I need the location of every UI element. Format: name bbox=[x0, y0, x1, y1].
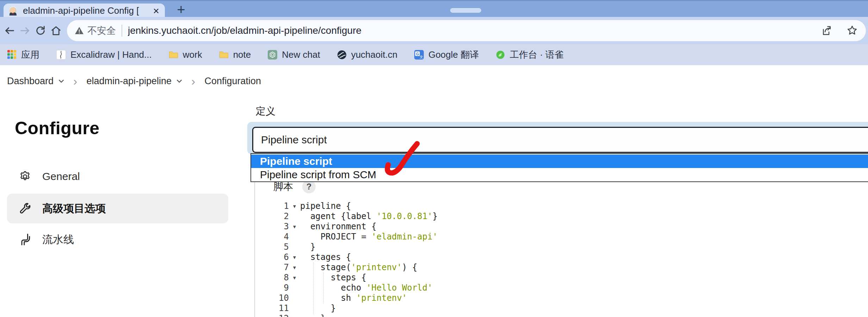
code-text: steps { bbox=[300, 273, 366, 283]
bookmark-label: 工作台 · 语雀 bbox=[510, 49, 564, 61]
fold-spacer bbox=[289, 303, 300, 313]
fold-arrow-icon[interactable]: ▾ bbox=[289, 252, 300, 262]
tab-close-icon[interactable]: × bbox=[151, 6, 161, 16]
bookmark-item[interactable]: work bbox=[169, 49, 202, 60]
back-button[interactable] bbox=[4, 25, 16, 37]
folder-icon bbox=[219, 50, 229, 60]
bookmarks-bar: 应用Excalidraw | Hand...worknoteNew chatyu… bbox=[0, 44, 868, 65]
definition-select[interactable]: Pipeline script bbox=[252, 127, 868, 153]
breadcrumb-item[interactable]: eladmin-api-pipeline bbox=[86, 76, 182, 87]
definition-dropdown-list: Pipeline scriptPipeline script from SCM bbox=[250, 153, 868, 182]
globe-icon bbox=[337, 50, 347, 60]
chevron-down-icon[interactable] bbox=[58, 79, 64, 83]
fold-arrow-icon[interactable]: ▾ bbox=[289, 273, 300, 283]
forward-arrow-icon bbox=[19, 25, 31, 36]
sidebar-item-label: 高级项目选项 bbox=[42, 201, 106, 216]
window-drag-pill[interactable] bbox=[450, 8, 481, 13]
page-content: Dashboard›eladmin-api-pipeline›Configura… bbox=[0, 65, 868, 317]
bookmark-item[interactable]: 应用 bbox=[7, 49, 39, 61]
bookmark-item[interactable]: 工作台 · 语雀 bbox=[496, 49, 564, 61]
code-text: } bbox=[300, 303, 336, 313]
code-line[interactable]: 3▾ environment { bbox=[271, 222, 868, 232]
dropdown-option[interactable]: Pipeline script from SCM bbox=[251, 168, 868, 181]
code-line[interactable]: 6▾ stages { bbox=[271, 252, 868, 262]
sidebar-item-pipeline[interactable]: 流水线 bbox=[7, 227, 228, 252]
code-text: PROJECT = 'eladmin-api' bbox=[300, 232, 438, 242]
folder-icon bbox=[169, 50, 178, 60]
code-line[interactable]: 9 echo 'Hello World' bbox=[271, 283, 868, 293]
fold-arrow-icon[interactable]: ▾ bbox=[289, 201, 300, 211]
home-button[interactable] bbox=[50, 25, 62, 37]
script-code-editor[interactable]: 1▾pipeline {2 agent {label '10.0.0.81'}3… bbox=[271, 201, 868, 317]
bookmark-star-icon[interactable] bbox=[846, 25, 858, 37]
code-line[interactable]: 2 agent {label '10.0.0.81'} bbox=[271, 211, 868, 222]
url-text[interactable]: jenkins.yuchaoit.cn/job/eladmin-api-pipe… bbox=[128, 25, 814, 36]
not-secure-warning-icon bbox=[75, 26, 84, 35]
sidebar-menu: General高级项目选项流水线 bbox=[7, 164, 228, 252]
excalidraw-icon bbox=[56, 50, 66, 60]
red-checkmark-annotation bbox=[380, 137, 426, 183]
code-line[interactable]: 8▾ steps { bbox=[271, 273, 868, 283]
definition-select-value: Pipeline script bbox=[261, 134, 327, 146]
jenkins-favicon-icon bbox=[8, 6, 18, 16]
line-number: 10 bbox=[271, 293, 289, 303]
line-number: 5 bbox=[271, 242, 289, 252]
code-line[interactable]: 12 } bbox=[271, 313, 868, 317]
bookmark-label: yuchaoit.cn bbox=[351, 49, 398, 60]
line-number: 11 bbox=[271, 303, 289, 313]
line-number: 1 bbox=[271, 201, 289, 211]
fold-spacer bbox=[289, 242, 300, 252]
new-tab-button[interactable]: + bbox=[173, 2, 189, 17]
wrench-icon bbox=[18, 202, 32, 215]
breadcrumb-item[interactable]: Configuration bbox=[204, 76, 261, 87]
code-line[interactable]: 1▾pipeline { bbox=[271, 201, 868, 211]
page-title: Configure bbox=[15, 118, 100, 138]
chatgpt-icon bbox=[268, 50, 277, 60]
share-icon[interactable] bbox=[821, 25, 833, 37]
code-line[interactable]: 11 } bbox=[271, 303, 868, 313]
dropdown-option[interactable]: Pipeline script bbox=[251, 155, 868, 168]
code-text: stages { bbox=[300, 252, 351, 262]
reload-button[interactable] bbox=[35, 25, 46, 37]
indent-guide bbox=[323, 273, 324, 304]
bookmark-item[interactable]: New chat bbox=[268, 49, 320, 60]
code-line[interactable]: 5 } bbox=[271, 242, 868, 252]
fold-arrow-icon[interactable]: ▾ bbox=[289, 222, 300, 232]
chevron-down-icon[interactable] bbox=[176, 79, 182, 83]
fold-spacer bbox=[289, 232, 300, 242]
code-line[interactable]: 7▾ stage('printenv') { bbox=[271, 262, 868, 273]
breadcrumb-separator-icon: › bbox=[191, 75, 195, 87]
bookmark-item[interactable]: yuchaoit.cn bbox=[337, 49, 398, 60]
fold-spacer bbox=[289, 313, 300, 317]
bookmark-label: New chat bbox=[282, 49, 320, 60]
apps-grid-icon bbox=[7, 50, 17, 60]
bookmark-item[interactable]: Excalidraw | Hand... bbox=[56, 49, 152, 60]
bookmark-label: work bbox=[183, 49, 202, 60]
section-border-line bbox=[254, 181, 255, 317]
sidebar-item-general[interactable]: General bbox=[7, 164, 228, 189]
bookmark-item[interactable]: note bbox=[219, 49, 251, 60]
bookmark-label: note bbox=[233, 49, 251, 60]
yuque-icon bbox=[496, 50, 505, 60]
breadcrumb-label: eladmin-api-pipeline bbox=[86, 76, 172, 87]
svg-text:文: 文 bbox=[420, 55, 423, 59]
fold-arrow-icon[interactable]: ▾ bbox=[289, 262, 300, 273]
fold-spacer bbox=[289, 283, 300, 293]
sidebar-item-advanced[interactable]: 高级项目选项 bbox=[7, 194, 228, 223]
code-line[interactable]: 4 PROJECT = 'eladmin-api' bbox=[271, 232, 868, 242]
forward-button[interactable] bbox=[19, 25, 31, 37]
line-number: 3 bbox=[271, 222, 289, 232]
svg-text:G: G bbox=[416, 51, 419, 56]
code-text: pipeline { bbox=[300, 201, 351, 211]
breadcrumb-item[interactable]: Dashboard bbox=[7, 76, 64, 87]
omnibox-divider bbox=[122, 25, 122, 37]
browser-tab[interactable]: eladmin-api-pipeline Config [ × bbox=[4, 4, 165, 18]
bookmark-item[interactable]: G文Google 翻译 bbox=[414, 49, 479, 61]
code-line[interactable]: 10 sh 'printenv' bbox=[271, 293, 868, 303]
sidebar-item-label: 流水线 bbox=[42, 232, 74, 247]
line-number: 7 bbox=[271, 262, 289, 273]
definition-label: 定义 bbox=[256, 105, 275, 118]
browser-window: eladmin-api-pipeline Config [ × + 不安全 je… bbox=[0, 0, 868, 317]
breadcrumb: Dashboard›eladmin-api-pipeline›Configura… bbox=[7, 75, 261, 87]
address-bar[interactable]: 不安全 jenkins.yuchaoit.cn/job/eladmin-api-… bbox=[67, 20, 866, 41]
